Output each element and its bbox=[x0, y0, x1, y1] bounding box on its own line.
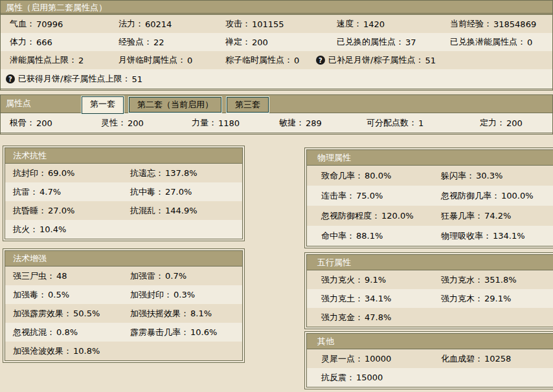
stat-row: 加强霹雳效果：50.5% 加强扶摇效果：8.1% bbox=[5, 304, 242, 323]
box-magic-resistance-title: 法术抗性 bbox=[5, 148, 242, 164]
tab-set-1[interactable]: 第一套 bbox=[82, 96, 124, 114]
stat-cell: 加强扶摇效果：8.1% bbox=[130, 308, 242, 320]
stat-cell: 力量：1180 bbox=[192, 117, 279, 129]
stat-row: 强三尸虫：48 加强雷：0.7% bbox=[5, 267, 242, 285]
stat-cell: 强力克火：9.1% bbox=[321, 274, 441, 286]
stat-cell: 当前经验：31854869 bbox=[450, 18, 552, 30]
stat-row: 命中率：88.1% 物理吸收率：134.1% bbox=[307, 226, 553, 246]
stat-row: 强力克火：9.1% 强力克水：351.8% bbox=[307, 270, 553, 289]
box-physical: 物理属性 致命几率：80.0% 躲闪率：30.3% 连击率：75.0% 忽视防御… bbox=[306, 149, 553, 246]
section-attributes-title: 属性（启用第二套属性点） bbox=[1, 1, 552, 15]
stat-cell: 抗封印：69.0% bbox=[13, 168, 130, 179]
stat-cell: 狂暴几率：74.2% bbox=[441, 210, 553, 222]
stat-cell: 气血：70996 bbox=[10, 18, 119, 30]
attribute-points-header: 属性点 第一套 第二套（当前启用） 第三套 bbox=[1, 95, 552, 113]
stat-cell: 速度：1420 bbox=[337, 18, 450, 30]
attribute-points-row: 根骨：200 灵性：200 力量：1180 敏捷：289 可分配点数：1 定力：… bbox=[1, 113, 552, 133]
stat-cell: 抗混乱：144.9% bbox=[130, 205, 242, 217]
stat-cell: 抗昏睡：27.0% bbox=[13, 205, 130, 217]
stat-cell: 强力克水：351.8% bbox=[441, 274, 553, 286]
stat-cell: 可分配点数：1 bbox=[367, 117, 480, 129]
stat-cell: 定力：200 bbox=[480, 117, 552, 129]
stat-cell: 忽视防御几率：100.0% bbox=[441, 190, 553, 202]
tab-set-2-current[interactable]: 第二套（当前启用） bbox=[129, 97, 221, 113]
attribute-row: 潜能属性点上限：2 月饼临时属性点：0 粽子临时属性点：0 ? 已补足月饼/粽子… bbox=[1, 51, 552, 69]
help-icon[interactable]: ? bbox=[6, 74, 15, 83]
stat-cell: 连击率：75.0% bbox=[321, 190, 441, 202]
stat-cell: 已兑换的属性点：37 bbox=[337, 36, 450, 48]
stat-cell: 经验点：22 bbox=[119, 36, 225, 48]
stat-cell: 强三尸虫：48 bbox=[13, 270, 130, 282]
stat-cell: 强力克土：34.1% bbox=[321, 293, 441, 305]
box-magic-enhance: 法术增强 强三尸虫：48 加强雷：0.7% 加强毒：0.5% 加强封印：0.3%… bbox=[5, 250, 243, 361]
stat-cell: 法力：60214 bbox=[119, 18, 225, 30]
stat-cell: ? 已获得月饼/粽子属性点上限：51 bbox=[6, 73, 142, 85]
attribute-row: 气血：70996 法力：60214 攻击：101155 速度：1420 当前经验… bbox=[1, 15, 552, 33]
stat-cell: 抗反震：15000 bbox=[321, 372, 441, 384]
stat-row: 强力克土：34.1% 强力克木：29.1% bbox=[307, 289, 553, 308]
stat-cell: 抗雷：4.7% bbox=[13, 186, 130, 198]
stat-cell: 敏捷：289 bbox=[279, 117, 367, 129]
stat-cell: 物理吸收率：134.1% bbox=[441, 230, 553, 242]
stat-row: 抗反震：15000 bbox=[307, 368, 553, 387]
stat-cell: 躲闪率：30.3% bbox=[441, 170, 553, 182]
stat-cell: 潜能属性点上限：2 bbox=[10, 54, 119, 66]
stat-cell: 加强封印：0.3% bbox=[130, 289, 242, 301]
stat-cell: 加强沧波效果：10.8% bbox=[13, 345, 130, 357]
section-attribute-points-title: 属性点 bbox=[1, 94, 82, 113]
stat-cell: 加强毒：0.5% bbox=[13, 289, 130, 301]
attribute-row: 体力：666 经验点：22 禅定：200 已兑换的属性点：37 已兑换潜能属性点… bbox=[1, 33, 552, 51]
stat-row: 忽视防御程度：120.0% 狂暴几率：74.2% bbox=[307, 206, 553, 226]
help-icon[interactable]: ? bbox=[316, 56, 325, 65]
stat-cell: 霹雳暴击几率：10.6% bbox=[130, 327, 242, 338]
stat-cell: 灵犀一点：10000 bbox=[321, 353, 441, 365]
box-magic-enhance-title: 法术增强 bbox=[5, 251, 242, 267]
right-column: 物理属性 致命几率：80.0% 躲闪率：30.3% 连击率：75.0% 忽视防御… bbox=[304, 146, 553, 387]
stat-cell: 忽视防御程度：120.0% bbox=[321, 210, 441, 222]
attribute-row: ? 已获得月饼/粽子属性点上限：51 bbox=[1, 69, 552, 89]
stat-row: 抗火：10.4% bbox=[5, 220, 242, 239]
stat-cell: 强力克金：47.8% bbox=[321, 312, 441, 323]
section-attribute-points: 属性点 第一套 第二套（当前启用） 第三套 根骨：200 灵性：200 力量：1… bbox=[0, 94, 553, 135]
stat-cell: 抗中毒：27.0% bbox=[130, 186, 242, 198]
stat-cell: 加强雷：0.7% bbox=[130, 270, 242, 282]
stat-cell: 命中率：88.1% bbox=[321, 230, 441, 242]
stat-row: 加强沧波效果：10.8% bbox=[5, 342, 242, 360]
stat-row: 灵犀一点：10000 化血成碧：10258 bbox=[307, 349, 553, 368]
stat-cell: 根骨：200 bbox=[10, 117, 101, 129]
stat-cell: 禅定：200 bbox=[225, 36, 337, 48]
box-other: 其他 灵犀一点：10000 化血成碧：10258 抗反震：15000 bbox=[306, 333, 553, 387]
box-other-title: 其他 bbox=[307, 334, 553, 349]
character-attributes-panel: 属性（启用第二套属性点） 气血：70996 法力：60214 攻击：101155… bbox=[0, 0, 553, 392]
box-physical-title: 物理属性 bbox=[307, 150, 553, 166]
stat-row: 加强毒：0.5% 加强封印：0.3% bbox=[5, 285, 242, 304]
stat-cell: 化血成碧：10258 bbox=[441, 353, 553, 365]
stat-row: 忽视抗混：0.8% 霹雳暴击几率：10.6% bbox=[5, 323, 242, 342]
stat-cell: 灵性：200 bbox=[101, 117, 192, 129]
box-five-elements-title: 五行属性 bbox=[307, 255, 553, 270]
box-magic-resistance: 法术抗性 抗封印：69.0% 抗遗忘：137.8% 抗雷：4.7% 抗中毒：27… bbox=[5, 147, 243, 239]
stat-cell: 抗遗忘：137.8% bbox=[130, 168, 242, 179]
stat-cell: ? 已补足月饼/粽子属性点：51 bbox=[316, 54, 450, 66]
stat-cell: 已兑换潜能属性点：0 bbox=[450, 36, 552, 48]
stat-cell: 致命几率：80.0% bbox=[321, 170, 441, 182]
stat-row: 抗封印：69.0% 抗遗忘：137.8% bbox=[5, 164, 242, 182]
box-five-elements: 五行属性 强力克火：9.1% 强力克水：351.8% 强力克土：34.1% 强力… bbox=[306, 254, 553, 327]
tab-set-3[interactable]: 第三套 bbox=[227, 97, 269, 113]
stat-row: 抗昏睡：27.0% 抗混乱：144.9% bbox=[5, 201, 242, 220]
stat-cell: 攻击：101155 bbox=[225, 18, 337, 30]
stat-cell: 体力：666 bbox=[10, 36, 119, 48]
section-attributes: 属性（启用第二套属性点） 气血：70996 法力：60214 攻击：101155… bbox=[0, 0, 553, 91]
stat-cell: 忽视抗混：0.8% bbox=[13, 327, 130, 338]
stat-cell: 抗火：10.4% bbox=[13, 224, 130, 235]
left-column: 法术抗性 抗封印：69.0% 抗遗忘：137.8% 抗雷：4.7% 抗中毒：27… bbox=[3, 146, 245, 361]
stat-cell: 月饼临时属性点：0 bbox=[119, 54, 225, 66]
stat-row: 致命几率：80.0% 躲闪率：30.3% bbox=[307, 166, 553, 186]
stat-row: 抗雷：4.7% 抗中毒：27.0% bbox=[5, 182, 242, 201]
stat-row: 连击率：75.0% 忽视防御几率：100.0% bbox=[307, 186, 553, 206]
stat-cell: 强力克木：29.1% bbox=[441, 293, 553, 305]
stat-row: 强力克金：47.8% bbox=[307, 308, 553, 327]
stat-cell: 加强霹雳效果：50.5% bbox=[13, 308, 130, 320]
